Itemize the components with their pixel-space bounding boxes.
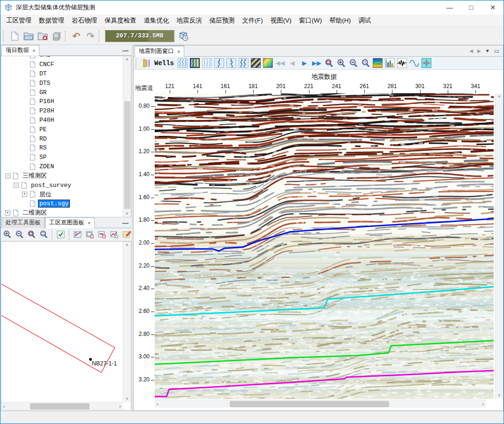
wiggle-group-display-icon[interactable] — [238, 58, 249, 68]
save-all-button[interactable] — [50, 29, 64, 43]
seismic-vertical-scrollbar[interactable]: ˄ ˅ — [495, 93, 503, 399]
close-button[interactable]: ✕ — [482, 0, 504, 15]
expand-icon[interactable]: + — [22, 192, 27, 197]
tab-scroll-left-icon[interactable]: ◀ — [469, 48, 473, 53]
inline-view-icon[interactable] — [84, 229, 95, 240]
menu-item-3[interactable]: 岩石物理 — [68, 15, 101, 27]
minimize-button[interactable]: — — [439, 0, 460, 15]
tree-item-label[interactable]: CAL — [38, 56, 52, 59]
zoom-in-icon[interactable] — [2, 229, 13, 240]
wavelet-icon[interactable] — [397, 58, 407, 68]
tree-row[interactable]: P16H — [1, 97, 123, 106]
tree-row[interactable]: CNCF — [1, 60, 123, 69]
panel-minimize-icon[interactable]: — — [122, 219, 128, 226]
wells-display-icon[interactable] — [142, 58, 152, 68]
scroll-up-icon[interactable]: ˄ — [496, 93, 502, 100]
close-project-button[interactable] — [36, 29, 50, 43]
zoom-in-icon[interactable] — [336, 58, 346, 68]
tree-row[interactable]: DTS — [1, 78, 123, 88]
seismic-horizontal-scrollbar[interactable]: ‹ › — [155, 400, 486, 408]
sine-wave-icon[interactable] — [409, 58, 420, 68]
tree-item-label[interactable]: ZDEN — [38, 163, 55, 170]
zoom-reset-icon[interactable] — [360, 58, 371, 68]
zoom-region-icon[interactable] — [323, 58, 334, 68]
scroll-up-icon[interactable]: ˄ — [124, 56, 130, 63]
tree-row[interactable]: +层位 — [1, 190, 123, 199]
menu-item-10[interactable]: 窗口(W) — [295, 15, 326, 27]
basemap-panel[interactable]: NB27-1-1 ˄ ˅ ‹ › — [1, 241, 131, 410]
attribute-star-icon[interactable] — [421, 58, 432, 68]
zoom-out-icon[interactable] — [14, 229, 25, 240]
collapse-icon[interactable]: − — [14, 183, 19, 188]
tree-vertical-scrollbar[interactable]: ˄ ˅ — [123, 56, 131, 217]
next-section-icon[interactable]: ▶ — [299, 58, 310, 68]
maximize-button[interactable]: □ — [460, 0, 482, 15]
scroll-right-icon[interactable]: › — [117, 402, 123, 410]
menu-item-7[interactable]: 储层预测 — [206, 15, 239, 27]
annotate-icon[interactable] — [121, 229, 132, 240]
tab-close-icon[interactable]: × — [88, 220, 90, 226]
layer-visibility-icon[interactable] — [55, 229, 66, 240]
menu-item-5[interactable]: 道集优化 — [140, 15, 173, 27]
scroll-left-icon[interactable]: ‹ — [1, 402, 7, 410]
tab-project-data[interactable]: 项目数据 × — [1, 45, 39, 56]
tab-scroll-right-icon[interactable]: ▶ — [477, 48, 481, 53]
tree-row[interactable]: PE — [1, 125, 123, 134]
tree-row[interactable]: DT — [1, 69, 123, 79]
redo-button[interactable]: ↷ — [83, 29, 98, 43]
menu-item-9[interactable]: 视图(V) — [267, 15, 295, 27]
tree-item-label[interactable]: DTS — [38, 80, 52, 87]
scroll-down-icon[interactable]: ˅ — [124, 210, 130, 217]
tree-item-label[interactable]: SP — [38, 154, 48, 161]
zoom-region-icon[interactable] — [26, 229, 37, 240]
tab-close-icon[interactable]: × — [32, 48, 35, 53]
previous-section-icon[interactable]: ◀ — [287, 58, 298, 68]
new-project-button[interactable] — [8, 29, 22, 43]
open-project-button[interactable] — [22, 29, 36, 43]
menu-item-2[interactable]: 数据管理 — [35, 15, 68, 27]
scroll-down-icon[interactable]: ˅ — [496, 392, 502, 399]
tree-row[interactable]: CAL — [1, 56, 123, 60]
last-section-icon[interactable]: ▶▶ — [311, 58, 322, 68]
tree-item-label[interactable]: P16H — [38, 98, 55, 105]
tree-item-label[interactable]: PE — [38, 126, 48, 133]
tree-row[interactable]: RS — [1, 143, 123, 153]
wiggle-only-display-icon[interactable] — [202, 58, 212, 68]
tree-item-label[interactable]: 层位 — [38, 190, 53, 199]
tree-item-label[interactable]: P40H — [38, 117, 55, 124]
palette-display-icon[interactable] — [263, 58, 273, 68]
tree-row[interactable]: post.sgy — [1, 199, 123, 208]
tree-item-label[interactable]: 二维测区 — [21, 208, 48, 217]
tree-item-label[interactable]: DT — [38, 70, 48, 77]
density-wiggle-display-icon[interactable] — [189, 58, 200, 68]
tree-row[interactable]: RD — [1, 134, 123, 143]
tree-row[interactable]: −三维测区 — [1, 171, 123, 180]
scroll-down-icon[interactable]: ˅ — [124, 395, 130, 402]
survey-bounds-icon[interactable] — [72, 229, 83, 240]
restore-pane-icon[interactable]: ▭ — [494, 48, 499, 54]
undo-button[interactable]: ↶ — [69, 29, 83, 43]
menu-item-1[interactable]: 工区管理 — [2, 15, 35, 27]
tab-basemap-panel[interactable]: 工区底图面板 × — [45, 217, 95, 228]
expand-icon[interactable]: + — [5, 210, 10, 216]
scroll-left-icon[interactable]: ‹ — [155, 400, 160, 408]
panel-minimize-icon[interactable]: — — [122, 47, 128, 54]
basemap-canvas[interactable]: NB27-1-1 — [1, 242, 123, 402]
tree-item-label[interactable]: CNCF — [38, 61, 55, 68]
map-horizontal-scrollbar[interactable]: ‹ › — [1, 402, 123, 410]
menu-item-8[interactable]: 文件(F) — [239, 15, 267, 27]
survey-outline[interactable] — [1, 283, 115, 372]
tree-row[interactable]: +二维测区 — [1, 208, 123, 217]
stripes-display-icon[interactable] — [250, 58, 261, 68]
zoom-out-icon[interactable] — [348, 58, 359, 68]
colormap-icon[interactable] — [372, 58, 383, 68]
tree-item-label[interactable]: GR — [38, 89, 48, 96]
tree-row[interactable]: GR — [1, 88, 123, 97]
database-status-icon[interactable] — [176, 29, 190, 43]
tree-row[interactable]: P28H — [1, 106, 123, 116]
tree-item-label[interactable]: RD — [38, 135, 48, 142]
variable-area-pos-icon[interactable] — [214, 58, 225, 68]
tab-processing-tools[interactable]: 处理工具面板 — [1, 217, 45, 228]
scroll-thumb[interactable] — [230, 401, 389, 407]
tree-row[interactable]: P40H — [1, 116, 123, 125]
